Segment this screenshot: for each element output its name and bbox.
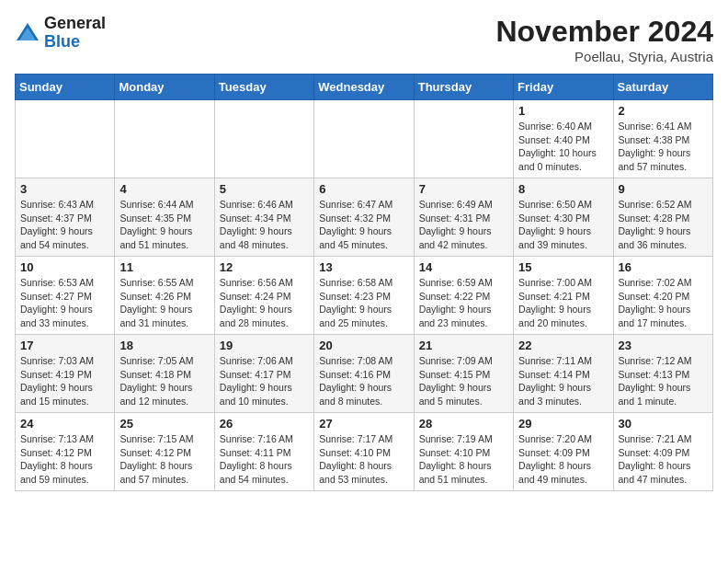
- weekday-header: Wednesday: [314, 75, 414, 100]
- day-number: 5: [220, 182, 309, 196]
- day-info: Sunrise: 7:19 AM Sunset: 4:10 PM Dayligh…: [419, 432, 508, 487]
- day-info: Sunrise: 6:49 AM Sunset: 4:31 PM Dayligh…: [419, 198, 508, 252]
- day-number: 18: [119, 339, 209, 352]
- logo: General Blue: [15, 15, 106, 52]
- day-number: 23: [619, 339, 708, 352]
- day-number: 7: [419, 182, 508, 196]
- day-info: Sunrise: 6:50 AM Sunset: 4:30 PM Dayligh…: [518, 198, 608, 252]
- day-info: Sunrise: 6:55 AM Sunset: 4:26 PM Dayligh…: [119, 276, 209, 330]
- calendar-cell: 10Sunrise: 6:53 AM Sunset: 4:27 PM Dayli…: [16, 257, 115, 335]
- day-number: 15: [518, 260, 608, 274]
- day-number: 6: [319, 182, 408, 196]
- calendar-week-row: 3Sunrise: 6:43 AM Sunset: 4:37 PM Daylig…: [16, 178, 713, 257]
- day-info: Sunrise: 7:02 AM Sunset: 4:20 PM Dayligh…: [619, 276, 708, 330]
- calendar-cell: 14Sunrise: 6:59 AM Sunset: 4:22 PM Dayli…: [414, 257, 513, 335]
- calendar-cell: 5Sunrise: 6:46 AM Sunset: 4:34 PM Daylig…: [214, 178, 313, 257]
- day-number: 4: [119, 182, 209, 196]
- day-number: 1: [518, 104, 608, 118]
- header: General Blue November 2024 Poellau, Styr…: [15, 15, 713, 64]
- logo-blue: Blue: [44, 32, 80, 51]
- day-info: Sunrise: 7:21 AM Sunset: 4:09 PM Dayligh…: [619, 432, 708, 487]
- calendar-cell: 7Sunrise: 6:49 AM Sunset: 4:31 PM Daylig…: [414, 178, 513, 257]
- calendar-table: SundayMondayTuesdayWednesdayThursdayFrid…: [15, 74, 713, 491]
- calendar-cell: 19Sunrise: 7:06 AM Sunset: 4:17 PM Dayli…: [214, 335, 313, 413]
- day-number: 26: [220, 417, 309, 431]
- calendar-cell: [115, 100, 214, 178]
- day-number: 11: [119, 260, 209, 274]
- day-info: Sunrise: 7:16 AM Sunset: 4:11 PM Dayligh…: [220, 432, 309, 487]
- day-info: Sunrise: 6:53 AM Sunset: 4:27 PM Dayligh…: [20, 276, 109, 330]
- calendar-cell: 28Sunrise: 7:19 AM Sunset: 4:10 PM Dayli…: [414, 413, 513, 491]
- weekday-header: Friday: [514, 75, 613, 100]
- day-number: 17: [20, 339, 109, 352]
- day-info: Sunrise: 7:08 AM Sunset: 4:16 PM Dayligh…: [319, 354, 408, 408]
- day-number: 3: [20, 182, 109, 196]
- calendar-cell: 2Sunrise: 6:41 AM Sunset: 4:38 PM Daylig…: [613, 100, 712, 178]
- month-title: November 2024: [495, 15, 713, 49]
- calendar-cell: 12Sunrise: 6:56 AM Sunset: 4:24 PM Dayli…: [214, 257, 313, 335]
- weekday-header: Saturday: [613, 75, 712, 100]
- location-subtitle: Poellau, Styria, Austria: [495, 49, 713, 64]
- title-area: November 2024 Poellau, Styria, Austria: [495, 15, 713, 64]
- day-info: Sunrise: 6:44 AM Sunset: 4:35 PM Dayligh…: [119, 198, 209, 252]
- calendar-cell: 1Sunrise: 6:40 AM Sunset: 4:40 PM Daylig…: [514, 100, 613, 178]
- day-number: 10: [20, 260, 109, 274]
- day-number: 27: [319, 417, 408, 431]
- day-info: Sunrise: 7:00 AM Sunset: 4:21 PM Dayligh…: [518, 276, 608, 330]
- calendar-cell: 16Sunrise: 7:02 AM Sunset: 4:20 PM Dayli…: [613, 257, 712, 335]
- calendar-cell: 9Sunrise: 6:52 AM Sunset: 4:28 PM Daylig…: [613, 178, 712, 257]
- day-number: 25: [119, 417, 209, 431]
- day-info: Sunrise: 6:59 AM Sunset: 4:22 PM Dayligh…: [419, 276, 508, 330]
- day-info: Sunrise: 6:58 AM Sunset: 4:23 PM Dayligh…: [319, 276, 408, 330]
- day-number: 8: [518, 182, 608, 196]
- day-number: 21: [419, 339, 508, 352]
- day-info: Sunrise: 7:15 AM Sunset: 4:12 PM Dayligh…: [119, 432, 209, 487]
- calendar-cell: 26Sunrise: 7:16 AM Sunset: 4:11 PM Dayli…: [214, 413, 313, 491]
- calendar-cell: 13Sunrise: 6:58 AM Sunset: 4:23 PM Dayli…: [314, 257, 414, 335]
- calendar-week-row: 1Sunrise: 6:40 AM Sunset: 4:40 PM Daylig…: [16, 100, 713, 178]
- calendar-cell: 23Sunrise: 7:12 AM Sunset: 4:13 PM Dayli…: [613, 335, 712, 413]
- calendar-cell: [214, 100, 313, 178]
- day-info: Sunrise: 7:09 AM Sunset: 4:15 PM Dayligh…: [419, 354, 508, 408]
- day-info: Sunrise: 7:20 AM Sunset: 4:09 PM Dayligh…: [518, 432, 608, 487]
- calendar-cell: 29Sunrise: 7:20 AM Sunset: 4:09 PM Dayli…: [514, 413, 613, 491]
- day-number: 22: [518, 339, 608, 352]
- calendar-cell: [414, 100, 513, 178]
- day-info: Sunrise: 6:47 AM Sunset: 4:32 PM Dayligh…: [319, 198, 408, 252]
- day-number: 28: [419, 417, 508, 431]
- day-number: 16: [619, 260, 708, 274]
- weekday-header: Sunday: [16, 75, 115, 100]
- calendar-cell: 21Sunrise: 7:09 AM Sunset: 4:15 PM Dayli…: [414, 335, 513, 413]
- calendar-cell: [16, 100, 115, 178]
- day-info: Sunrise: 7:03 AM Sunset: 4:19 PM Dayligh…: [20, 354, 109, 408]
- day-info: Sunrise: 6:52 AM Sunset: 4:28 PM Dayligh…: [619, 198, 708, 252]
- weekday-header-row: SundayMondayTuesdayWednesdayThursdayFrid…: [16, 75, 713, 100]
- day-info: Sunrise: 7:13 AM Sunset: 4:12 PM Dayligh…: [20, 432, 109, 487]
- calendar-cell: 15Sunrise: 7:00 AM Sunset: 4:21 PM Dayli…: [514, 257, 613, 335]
- day-info: Sunrise: 6:56 AM Sunset: 4:24 PM Dayligh…: [220, 276, 309, 330]
- day-info: Sunrise: 7:06 AM Sunset: 4:17 PM Dayligh…: [220, 354, 309, 408]
- day-number: 9: [619, 182, 708, 196]
- logo-general: General: [44, 14, 106, 32]
- calendar-cell: 3Sunrise: 6:43 AM Sunset: 4:37 PM Daylig…: [16, 178, 115, 257]
- calendar-cell: 17Sunrise: 7:03 AM Sunset: 4:19 PM Dayli…: [16, 335, 115, 413]
- day-info: Sunrise: 7:05 AM Sunset: 4:18 PM Dayligh…: [119, 354, 209, 408]
- calendar-cell: 11Sunrise: 6:55 AM Sunset: 4:26 PM Dayli…: [115, 257, 214, 335]
- calendar-cell: 4Sunrise: 6:44 AM Sunset: 4:35 PM Daylig…: [115, 178, 214, 257]
- day-number: 30: [619, 417, 708, 431]
- day-number: 12: [220, 260, 309, 274]
- calendar-cell: [314, 100, 414, 178]
- calendar-cell: 8Sunrise: 6:50 AM Sunset: 4:30 PM Daylig…: [514, 178, 613, 257]
- day-info: Sunrise: 6:41 AM Sunset: 4:38 PM Dayligh…: [619, 120, 708, 174]
- calendar-cell: 24Sunrise: 7:13 AM Sunset: 4:12 PM Dayli…: [16, 413, 115, 491]
- day-number: 19: [220, 339, 309, 352]
- day-number: 24: [20, 417, 109, 431]
- day-number: 13: [319, 260, 408, 274]
- calendar-week-row: 24Sunrise: 7:13 AM Sunset: 4:12 PM Dayli…: [16, 413, 713, 491]
- calendar-cell: 30Sunrise: 7:21 AM Sunset: 4:09 PM Dayli…: [613, 413, 712, 491]
- weekday-header: Tuesday: [214, 75, 313, 100]
- calendar-cell: 6Sunrise: 6:47 AM Sunset: 4:32 PM Daylig…: [314, 178, 414, 257]
- calendar-cell: 18Sunrise: 7:05 AM Sunset: 4:18 PM Dayli…: [115, 335, 214, 413]
- day-number: 2: [619, 104, 708, 118]
- day-info: Sunrise: 7:11 AM Sunset: 4:14 PM Dayligh…: [518, 354, 608, 408]
